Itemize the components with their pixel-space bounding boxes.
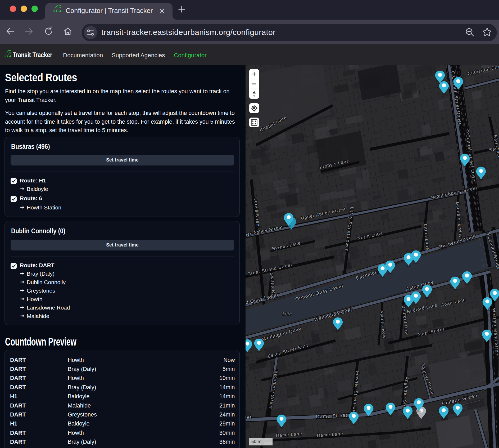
svg-text:Liffey: Liffey xyxy=(282,312,293,316)
svg-text:eet: eet xyxy=(246,414,252,420)
